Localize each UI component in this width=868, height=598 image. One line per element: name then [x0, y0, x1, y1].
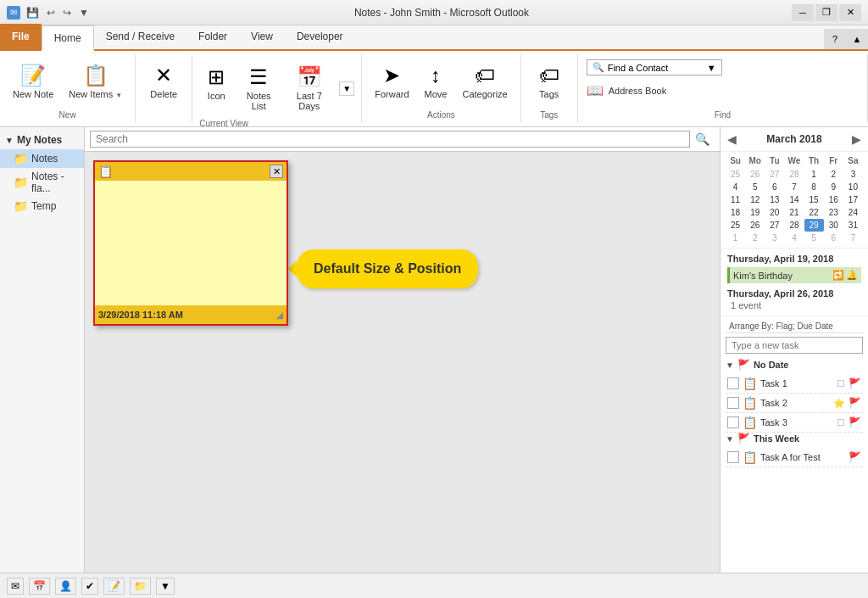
tags-button[interactable]: 🏷 Tags [528, 59, 570, 103]
cal-day-pm-27[interactable]: 27 [765, 168, 784, 181]
status-more-button[interactable]: ▼ [156, 578, 175, 595]
cal-day-nm-1[interactable]: 1 [726, 232, 745, 244]
cal-day-17[interactable]: 17 [843, 193, 863, 206]
sidebar-item-notes[interactable]: 📁 Notes [0, 149, 84, 168]
move-button[interactable]: ↕ Move [419, 59, 453, 103]
address-book-button[interactable]: 📖 Address Book [587, 82, 666, 98]
new-note-button[interactable]: 📝 New Note [7, 59, 59, 103]
cal-day-15[interactable]: 15 [804, 193, 824, 206]
close-button[interactable]: ✕ [839, 4, 861, 21]
cal-day-23[interactable]: 23 [824, 206, 843, 219]
qat-redo[interactable]: ↪ [60, 4, 74, 21]
tab-developer[interactable]: Developer [285, 24, 355, 49]
event-item-birthday[interactable]: Kim's Birthday 🔁 🔔 [727, 267, 861, 283]
qat-customize[interactable]: ▼ [76, 4, 92, 21]
cal-day-26[interactable]: 26 [745, 219, 765, 232]
cal-day-18[interactable]: 18 [726, 206, 745, 219]
sticky-note-title-bar[interactable]: 📋 ✕ [95, 162, 287, 181]
cal-day-6[interactable]: 6 [765, 181, 784, 193]
cal-day-pm-25[interactable]: 25 [726, 168, 745, 181]
cal-day-31[interactable]: 31 [843, 219, 863, 232]
current-view-inner: ⊞ Icon ☰ Notes List 📅 Last 7 Days ▼ Curr… [199, 58, 354, 120]
tab-file[interactable]: File [0, 24, 42, 49]
tab-view[interactable]: View [239, 24, 285, 49]
categorize-button[interactable]: 🏷 Categorize [457, 59, 514, 103]
cal-day-21[interactable]: 21 [784, 206, 804, 219]
cal-day-22[interactable]: 22 [804, 206, 824, 219]
status-calendar-button[interactable]: 📅 [29, 578, 50, 595]
search-input[interactable] [90, 131, 690, 148]
cal-day-pm-28[interactable]: 28 [784, 168, 804, 181]
status-mail-button[interactable]: ✉ [7, 578, 24, 595]
cal-day-1[interactable]: 1 [804, 168, 824, 181]
restore-button[interactable]: ❐ [815, 4, 837, 21]
status-folders-button[interactable]: 📁 [130, 578, 151, 595]
qat-save[interactable]: 💾 [24, 4, 42, 21]
search-button[interactable]: 🔍 [690, 131, 715, 148]
tab-send-receive[interactable]: Send / Receive [94, 24, 186, 49]
cal-day-nm-3[interactable]: 3 [765, 232, 784, 244]
cal-day-12[interactable]: 12 [745, 193, 765, 206]
sidebar-item-temp[interactable]: 📁 Temp [0, 197, 84, 215]
cal-day-19[interactable]: 19 [745, 206, 765, 219]
sticky-note-close-button[interactable]: ✕ [270, 165, 283, 178]
current-view-buttons: ⊞ Icon ☰ Notes List 📅 Last 7 Days ▼ [199, 58, 354, 115]
cal-day-7[interactable]: 7 [784, 181, 804, 193]
sidebar-section-my-notes[interactable]: ▼ My Notes [0, 131, 84, 149]
ribbon-help-button[interactable]: ? [824, 29, 846, 49]
cal-day-11[interactable]: 11 [726, 193, 745, 206]
categorize-icon: 🏷 [475, 64, 495, 87]
sticky-note-body[interactable] [95, 181, 287, 305]
view-collapse-button[interactable]: ▼ [339, 81, 354, 96]
cal-day-28[interactable]: 28 [784, 219, 804, 232]
qat-undo[interactable]: ↩ [44, 4, 58, 21]
cal-day-nm-5[interactable]: 5 [804, 232, 824, 244]
last7-button[interactable]: 📅 Last 7 Days [284, 61, 334, 115]
cal-day-25[interactable]: 25 [726, 219, 745, 232]
find-contact-bar[interactable]: 🔍 Find a Contact ▼ [587, 59, 722, 75]
cal-day-10[interactable]: 10 [843, 181, 863, 193]
sticky-note-resize-handle[interactable]: ◢ [276, 310, 283, 320]
cal-day-nm-6[interactable]: 6 [824, 232, 843, 244]
cal-day-16[interactable]: 16 [824, 193, 843, 206]
sidebar-item-notes-fla[interactable]: 📁 Notes - fla... [0, 168, 84, 197]
cal-day-nm-4[interactable]: 4 [784, 232, 804, 244]
cal-day-14[interactable]: 14 [784, 193, 804, 206]
cal-day-30[interactable]: 30 [824, 219, 843, 232]
delete-button[interactable]: ✕ Delete [142, 59, 185, 103]
ribbon-group-find: 🔍 Find a Contact ▼ 📖 Address Book Find [578, 54, 868, 123]
minimize-button[interactable]: ─ [792, 4, 814, 21]
tab-folder[interactable]: Folder [186, 24, 239, 49]
new-items-button[interactable]: 📋 New Items ▼ [63, 59, 128, 103]
ribbon-collapse-button[interactable]: ▲ [846, 29, 868, 49]
cal-day-pm-26[interactable]: 26 [745, 168, 765, 181]
cal-day-27[interactable]: 27 [765, 219, 784, 232]
cal-day-2[interactable]: 2 [824, 168, 843, 181]
new-task-input[interactable] [726, 337, 863, 354]
cal-day-13[interactable]: 13 [765, 193, 784, 206]
icon-view-button[interactable]: ⊞ Icon [199, 61, 233, 105]
cal-day-29[interactable]: 29 [804, 219, 824, 232]
status-notes-button[interactable]: 📝 [103, 578, 125, 595]
task-check-a[interactable] [727, 451, 739, 463]
status-tasks-button[interactable]: ✔ [81, 578, 98, 595]
task-check-2[interactable] [727, 397, 739, 409]
calendar-prev-button[interactable]: ◀ [727, 132, 737, 146]
cal-day-9[interactable]: 9 [824, 181, 843, 193]
cal-day-20[interactable]: 20 [765, 206, 784, 219]
task-check-1[interactable] [727, 377, 739, 389]
cal-day-4[interactable]: 4 [726, 181, 745, 193]
calendar-next-button[interactable]: ▶ [852, 132, 861, 146]
main-layout: ▼ My Notes 📁 Notes 📁 Notes - fla... 📁 Te… [0, 127, 868, 598]
cal-day-24[interactable]: 24 [843, 206, 863, 219]
cal-day-nm-2[interactable]: 2 [745, 232, 765, 244]
forward-button[interactable]: ➤ Forward [369, 59, 415, 103]
cal-day-5[interactable]: 5 [745, 181, 765, 193]
cal-day-8[interactable]: 8 [804, 181, 824, 193]
notes-list-button[interactable]: ☰ Notes List [236, 61, 281, 115]
cal-day-3[interactable]: 3 [843, 168, 863, 181]
cal-day-nm-7[interactable]: 7 [843, 232, 863, 244]
tab-home[interactable]: Home [42, 25, 94, 51]
status-contacts-button[interactable]: 👤 [55, 578, 76, 595]
task-check-3[interactable] [727, 416, 739, 428]
